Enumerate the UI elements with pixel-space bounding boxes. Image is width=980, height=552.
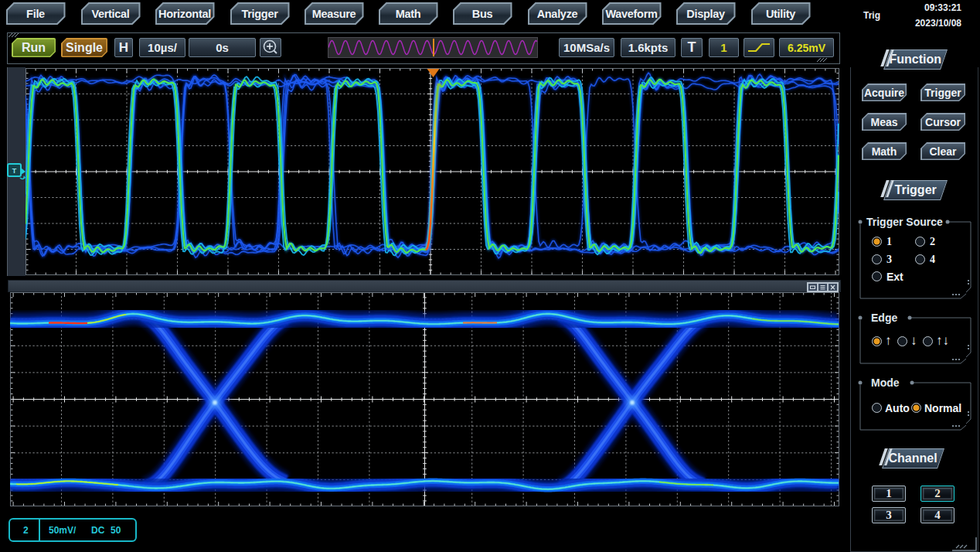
svg-text:T: T bbox=[12, 167, 17, 175]
